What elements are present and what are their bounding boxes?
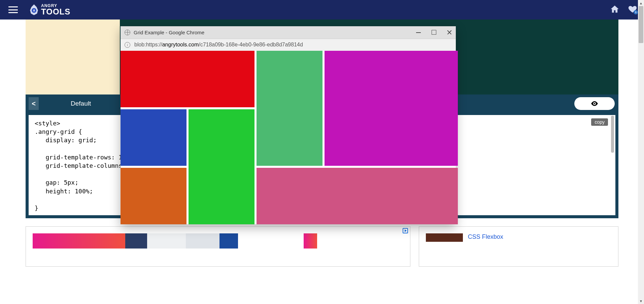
scroll-thumb[interactable] bbox=[639, 6, 643, 43]
ad-card[interactable] bbox=[26, 226, 410, 267]
related-card: CSS Flexbox bbox=[419, 226, 618, 267]
ad-segment bbox=[147, 233, 186, 249]
related-link[interactable]: CSS Flexbox bbox=[468, 233, 503, 240]
ad-segment bbox=[304, 233, 317, 249]
ad-segment bbox=[33, 233, 125, 249]
code-scrollbar-thumb[interactable] bbox=[611, 116, 614, 153]
copy-button[interactable]: copy bbox=[591, 118, 608, 126]
flame-icon: a bbox=[30, 4, 38, 15]
grid-item-3 bbox=[189, 109, 255, 224]
home-icon[interactable] bbox=[610, 4, 619, 15]
scroll-up-button[interactable]: ▲ bbox=[638, 0, 644, 6]
page-content: < Default <style> .angry-grid { display:… bbox=[0, 20, 644, 304]
brand-bottom: TOOLS bbox=[41, 8, 70, 16]
preview-cell-cream[interactable] bbox=[26, 20, 120, 94]
site-info-icon[interactable]: i bbox=[125, 42, 130, 48]
popup-window: Grid Example - Google Chrome i blob:http… bbox=[121, 26, 456, 224]
app-topbar: a ANGRY TOOLS $ bbox=[0, 0, 644, 20]
window-close-button[interactable] bbox=[447, 30, 452, 35]
popup-title: Grid Example - Google Chrome bbox=[134, 30, 204, 35]
preview-button[interactable] bbox=[574, 97, 615, 110]
window-minimize-button[interactable] bbox=[416, 30, 421, 35]
brand-logo[interactable]: a ANGRY TOOLS bbox=[30, 4, 70, 16]
ad-segment bbox=[186, 233, 219, 249]
globe-icon bbox=[125, 30, 130, 35]
donate-icon[interactable]: $ bbox=[628, 4, 637, 15]
popup-url: blob:https://angrytools.com/c718a09b-168… bbox=[134, 42, 303, 48]
grid-item-6 bbox=[257, 168, 458, 224]
grid-item-0 bbox=[121, 51, 255, 107]
ad-segment bbox=[219, 233, 238, 249]
bottom-row: CSS Flexbox bbox=[26, 226, 618, 267]
grid-item-2 bbox=[121, 168, 187, 224]
menu-icon[interactable] bbox=[8, 6, 18, 13]
ad-segment bbox=[238, 233, 304, 249]
grid-item-5 bbox=[325, 51, 458, 166]
grid-demo bbox=[121, 51, 456, 224]
adchoices-icon[interactable] bbox=[403, 228, 408, 233]
popup-addressbar[interactable]: i blob:https://angrytools.com/c718a09b-1… bbox=[121, 39, 456, 51]
popup-body bbox=[121, 51, 456, 224]
breakpoint-label: Default bbox=[71, 100, 91, 107]
eye-icon bbox=[590, 100, 599, 108]
flame-letter: a bbox=[32, 8, 36, 13]
grid-item-1 bbox=[121, 109, 187, 166]
scroll-down-button[interactable]: ▼ bbox=[638, 298, 644, 304]
grid-item-4 bbox=[257, 51, 323, 166]
prev-button[interactable]: < bbox=[29, 97, 39, 110]
popup-titlebar[interactable]: Grid Example - Google Chrome bbox=[121, 26, 456, 39]
related-thumbnail[interactable] bbox=[426, 233, 463, 242]
page-scrollbar[interactable]: ▲ ▼ bbox=[638, 0, 644, 304]
window-maximize-button[interactable] bbox=[432, 30, 436, 35]
heart-badge: $ bbox=[634, 10, 638, 14]
ad-segment bbox=[125, 233, 147, 249]
